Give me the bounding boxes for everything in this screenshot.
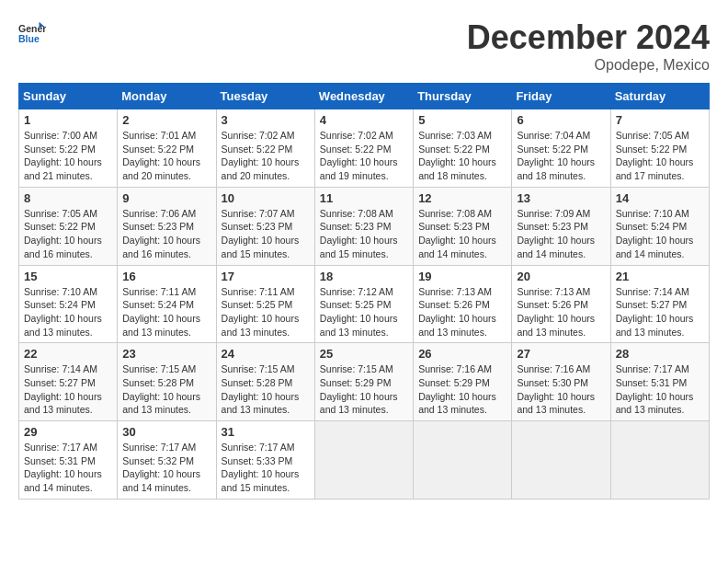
empty-cell-1 bbox=[314, 421, 413, 500]
day-8: 8 Sunrise: 7:05 AMSunset: 5:22 PMDayligh… bbox=[19, 187, 118, 265]
day-22: 22 Sunrise: 7:14 AMSunset: 5:27 PMDaylig… bbox=[19, 343, 118, 421]
col-sunday: Sunday bbox=[19, 84, 118, 109]
svg-text:Blue: Blue bbox=[18, 33, 40, 44]
day-23: 23 Sunrise: 7:15 AMSunset: 5:28 PMDaylig… bbox=[118, 343, 216, 421]
col-saturday: Saturday bbox=[610, 84, 709, 109]
col-friday: Friday bbox=[512, 84, 610, 109]
logo-icon: General Blue bbox=[18, 18, 46, 46]
day-17: 17 Sunrise: 7:11 AMSunset: 5:25 PMDaylig… bbox=[216, 265, 314, 343]
col-monday: Monday bbox=[118, 84, 216, 109]
calendar-header-row: Sunday Monday Tuesday Wednesday Thursday… bbox=[19, 84, 710, 109]
logo: General Blue bbox=[18, 18, 46, 46]
day-12: 12 Sunrise: 7:08 AMSunset: 5:23 PMDaylig… bbox=[414, 187, 512, 265]
day-11: 11 Sunrise: 7:08 AMSunset: 5:23 PMDaylig… bbox=[314, 187, 413, 265]
day-21: 21 Sunrise: 7:14 AMSunset: 5:27 PMDaylig… bbox=[610, 265, 709, 343]
day-2: 2 Sunrise: 7:01 AMSunset: 5:22 PMDayligh… bbox=[118, 109, 216, 188]
day-1: 1 Sunrise: 7:00 AMSunset: 5:22 PMDayligh… bbox=[19, 109, 118, 188]
day-15: 15 Sunrise: 7:10 AMSunset: 5:24 PMDaylig… bbox=[19, 265, 118, 343]
calendar-table: Sunday Monday Tuesday Wednesday Thursday… bbox=[18, 83, 710, 500]
empty-cell-2 bbox=[414, 421, 512, 500]
day-27: 27 Sunrise: 7:16 AMSunset: 5:30 PMDaylig… bbox=[512, 343, 610, 421]
empty-cell-3 bbox=[512, 421, 610, 500]
day-9: 9 Sunrise: 7:06 AMSunset: 5:23 PMDayligh… bbox=[118, 187, 216, 265]
title-area: December 2024 Opodepe, Mexico bbox=[467, 18, 710, 74]
day-18: 18 Sunrise: 7:12 AMSunset: 5:25 PMDaylig… bbox=[314, 265, 413, 343]
calendar-week-2: 8 Sunrise: 7:05 AMSunset: 5:22 PMDayligh… bbox=[19, 187, 710, 265]
day-13: 13 Sunrise: 7:09 AMSunset: 5:23 PMDaylig… bbox=[512, 187, 610, 265]
day-24: 24 Sunrise: 7:15 AMSunset: 5:28 PMDaylig… bbox=[216, 343, 314, 421]
day-5: 5 Sunrise: 7:03 AMSunset: 5:22 PMDayligh… bbox=[414, 109, 512, 188]
page-header: General Blue December 2024 Opodepe, Mexi… bbox=[18, 18, 710, 74]
day-19: 19 Sunrise: 7:13 AMSunset: 5:26 PMDaylig… bbox=[414, 265, 512, 343]
calendar-week-4: 22 Sunrise: 7:14 AMSunset: 5:27 PMDaylig… bbox=[19, 343, 710, 421]
day-28: 28 Sunrise: 7:17 AMSunset: 5:31 PMDaylig… bbox=[610, 343, 709, 421]
day-20: 20 Sunrise: 7:13 AMSunset: 5:26 PMDaylig… bbox=[512, 265, 610, 343]
day-29: 29 Sunrise: 7:17 AMSunset: 5:31 PMDaylig… bbox=[19, 421, 118, 500]
day-6: 6 Sunrise: 7:04 AMSunset: 5:22 PMDayligh… bbox=[512, 109, 610, 188]
day-3: 3 Sunrise: 7:02 AMSunset: 5:22 PMDayligh… bbox=[216, 109, 314, 188]
day-31: 31 Sunrise: 7:17 AMSunset: 5:33 PMDaylig… bbox=[216, 421, 314, 500]
day-7: 7 Sunrise: 7:05 AMSunset: 5:22 PMDayligh… bbox=[610, 109, 709, 188]
day-4: 4 Sunrise: 7:02 AMSunset: 5:22 PMDayligh… bbox=[314, 109, 413, 188]
day-10: 10 Sunrise: 7:07 AMSunset: 5:23 PMDaylig… bbox=[216, 187, 314, 265]
day-25: 25 Sunrise: 7:15 AMSunset: 5:29 PMDaylig… bbox=[314, 343, 413, 421]
day-26: 26 Sunrise: 7:16 AMSunset: 5:29 PMDaylig… bbox=[414, 343, 512, 421]
empty-cell-4 bbox=[610, 421, 709, 500]
day-16: 16 Sunrise: 7:11 AMSunset: 5:24 PMDaylig… bbox=[118, 265, 216, 343]
day-30: 30 Sunrise: 7:17 AMSunset: 5:32 PMDaylig… bbox=[118, 421, 216, 500]
col-thursday: Thursday bbox=[414, 84, 512, 109]
month-title: December 2024 bbox=[467, 18, 710, 57]
calendar-week-5: 29 Sunrise: 7:17 AMSunset: 5:31 PMDaylig… bbox=[19, 421, 710, 500]
col-wednesday: Wednesday bbox=[314, 84, 413, 109]
col-tuesday: Tuesday bbox=[216, 84, 314, 109]
day-14: 14 Sunrise: 7:10 AMSunset: 5:24 PMDaylig… bbox=[610, 187, 709, 265]
calendar-week-3: 15 Sunrise: 7:10 AMSunset: 5:24 PMDaylig… bbox=[19, 265, 710, 343]
location-title: Opodepe, Mexico bbox=[467, 57, 710, 74]
calendar-week-1: 1 Sunrise: 7:00 AMSunset: 5:22 PMDayligh… bbox=[19, 109, 710, 188]
